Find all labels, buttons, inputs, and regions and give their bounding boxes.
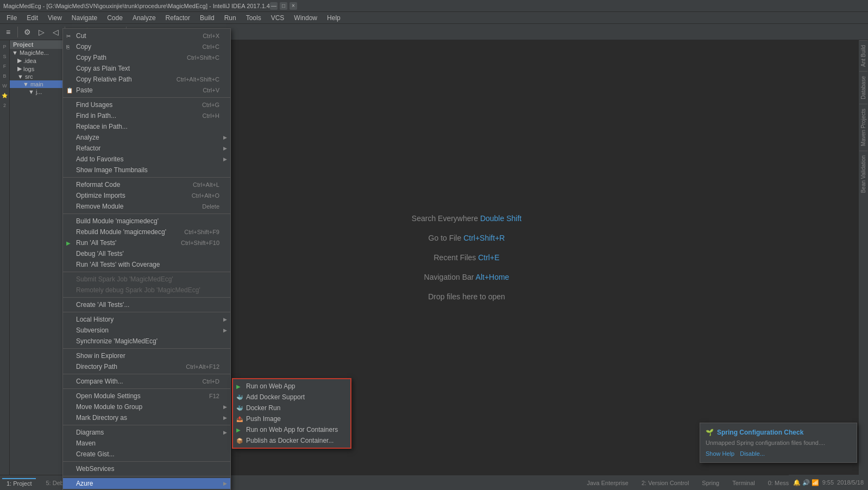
ctx-replace-path[interactable]: Replace in Path... <box>63 121 230 132</box>
azure-push-image[interactable]: 📤 Push Image <box>233 413 350 424</box>
bottom-tab-vcs[interactable]: 2: Version Control <box>637 479 693 487</box>
spring-config-popup: 🌱 Spring Configuration Check Unmapped Sp… <box>700 423 857 463</box>
tray-time: 9:55 <box>822 479 834 486</box>
ctx-sep-10 <box>63 425 230 425</box>
ctx-copy-path[interactable]: Copy Path Ctrl+Shift+C <box>63 52 230 63</box>
ctx-open-module-settings[interactable]: Open Module Settings F12 <box>63 391 230 401</box>
run-icon: ▶ <box>66 240 71 246</box>
menu-tools[interactable]: Tools <box>242 13 266 23</box>
hint-search: Search Everywhere Double Shift <box>412 214 521 223</box>
ctx-synchronize[interactable]: Synchronize 'MagicMedEcg' <box>63 336 230 347</box>
side-icon-6[interactable]: ⭐ <box>1 91 9 100</box>
menu-vcs[interactable]: VCS <box>267 13 289 23</box>
bottom-tab-spring[interactable]: Spring <box>697 479 724 487</box>
ctx-mark-dir[interactable]: Mark Directory as <box>63 412 230 423</box>
ctx-compare[interactable]: Compare With... Ctrl+D <box>63 376 230 387</box>
bottom-tab-project[interactable]: 1: Project <box>2 478 36 488</box>
side-icon-4[interactable]: B <box>1 72 9 80</box>
toolbar-btn-2[interactable]: ⚙ <box>21 26 33 38</box>
menu-refactor[interactable]: Refactor <box>161 13 194 23</box>
menu-file[interactable]: File <box>2 13 21 23</box>
ctx-move-module[interactable]: Move Module to Group <box>63 401 230 412</box>
bottom-tab-java-enterprise[interactable]: Java Enterprise <box>582 479 632 487</box>
ctx-subversion[interactable]: Subversion <box>63 325 230 336</box>
ctx-analyze[interactable]: Analyze <box>63 132 230 143</box>
ctx-add-favorites[interactable]: Add to Favorites <box>63 154 230 165</box>
ctx-azure[interactable]: Azure <box>63 478 230 489</box>
right-tab-db[interactable]: Database <box>859 71 867 104</box>
ctx-dir-path[interactable]: Directory Path Ctrl+Alt+F12 <box>63 361 230 372</box>
hint-goto-shortcut: Ctrl+Shift+R <box>463 234 505 242</box>
menu-build[interactable]: Build <box>196 13 219 23</box>
minimize-button[interactable]: — <box>270 2 278 10</box>
ctx-create-gist[interactable]: Create Gist... <box>63 449 230 460</box>
spring-popup-desc: Unmapped Spring configuration files foun… <box>706 439 851 446</box>
ctx-copy-relative[interactable]: Copy Relative Path Ctrl+Alt+Shift+C <box>63 74 230 85</box>
ctx-show-thumbnails[interactable]: Show Image Thumbnails <box>63 165 230 175</box>
ctx-maven[interactable]: Maven <box>63 438 230 449</box>
ctx-optimize[interactable]: Optimize Imports Ctrl+Alt+O <box>63 190 230 201</box>
ctx-find-path[interactable]: Find in Path... Ctrl+H <box>63 110 230 121</box>
side-icon-5[interactable]: W <box>1 81 9 90</box>
hint-drop: Drop files here to open <box>428 292 505 301</box>
azure-run-webapp[interactable]: ▶ Run on Web App <box>233 381 350 392</box>
menu-navigate[interactable]: Navigate <box>67 13 102 23</box>
side-icon-7[interactable]: 2 <box>1 101 9 110</box>
azure-publish-docker[interactable]: 📦 Publish as Docker Container... <box>233 435 350 446</box>
right-tab-ant[interactable]: Ant Build <box>859 40 867 71</box>
ctx-debug-tests[interactable]: Debug 'All Tests' <box>63 248 230 259</box>
right-tab-bean[interactable]: Bean Validation <box>859 150 867 197</box>
close-button[interactable]: × <box>290 2 297 10</box>
hint-navbar-shortcut: Alt+Home <box>476 273 510 281</box>
ctx-find-usages[interactable]: Find Usages Ctrl+G <box>63 99 230 110</box>
menu-edit[interactable]: Edit <box>22 13 42 23</box>
ctx-diagrams[interactable]: Diagrams <box>63 427 230 438</box>
hint-search-shortcut: Double Shift <box>480 214 521 223</box>
ctx-run-coverage[interactable]: Run 'All Tests' with Coverage <box>63 259 230 270</box>
azure-docker-run[interactable]: 🐳 Docker Run <box>233 403 350 413</box>
ctx-copy-plain[interactable]: Copy as Plain Text <box>63 63 230 74</box>
menu-analyze[interactable]: Analyze <box>128 13 160 23</box>
ctx-create-tests[interactable]: Create 'All Tests'... <box>63 299 230 310</box>
ctx-rebuild-module[interactable]: Rebuild Module 'magicmedecg' Ctrl+Shift+… <box>63 227 230 237</box>
side-icon-1[interactable]: P <box>1 42 9 51</box>
ctx-sep-5 <box>63 297 230 298</box>
ctx-copy[interactable]: ⎘ Copy Ctrl+C <box>63 41 230 52</box>
toolbar-btn-3[interactable]: ▷ <box>35 26 47 38</box>
ctx-paste[interactable]: 📋 Paste Ctrl+V <box>63 85 230 96</box>
spring-show-help[interactable]: Show Help <box>706 450 734 457</box>
ctx-build-module[interactable]: Build Module 'magicmedecg' <box>63 216 230 227</box>
menubar: File Edit View Navigate Code Analyze Ref… <box>0 12 868 24</box>
toolbar-btn-4[interactable]: ◁ <box>49 26 61 38</box>
azure-run-webapp-containers[interactable]: ▶ Run on Web App for Containers <box>233 424 350 435</box>
cut-icon: ✂ <box>66 33 71 39</box>
tray-icons: 🔔 🔊 📶 <box>793 479 819 486</box>
ctx-run-tests[interactable]: ▶ Run 'All Tests' Ctrl+Shift+F10 <box>63 237 230 248</box>
right-tab-maven[interactable]: Maven Projects <box>859 104 867 150</box>
ctx-remove-module[interactable]: Remove Module Delete <box>63 201 230 212</box>
publish-docker-icon: 📦 <box>236 438 243 444</box>
ctx-sep-12 <box>63 476 230 476</box>
menu-run[interactable]: Run <box>220 13 241 23</box>
side-icon-3[interactable]: F <box>1 62 9 71</box>
ctx-refactor[interactable]: Refactor <box>63 143 230 154</box>
ctx-webservices[interactable]: WebServices <box>63 463 230 474</box>
ctx-cut[interactable]: ✂ Cut Ctrl+X <box>63 30 230 41</box>
ctx-sep-7 <box>63 348 230 349</box>
azure-add-docker[interactable]: 🐳 Add Docker Support <box>233 392 350 403</box>
menu-code[interactable]: Code <box>103 13 127 23</box>
spring-disable[interactable]: Disable... <box>740 450 765 457</box>
ctx-sep-1 <box>63 97 230 98</box>
titlebar-controls[interactable]: — □ × <box>270 2 297 10</box>
menu-help[interactable]: Help <box>323 13 345 23</box>
docker-run-icon: 🐳 <box>236 405 243 411</box>
maximize-button[interactable]: □ <box>280 2 287 10</box>
ctx-reformat[interactable]: Reformat Code Ctrl+Alt+L <box>63 179 230 190</box>
ctx-local-history[interactable]: Local History <box>63 314 230 325</box>
toolbar-btn-1[interactable]: ≡ <box>2 26 14 38</box>
menu-view[interactable]: View <box>43 13 66 23</box>
ctx-show-explorer[interactable]: Show in Explorer <box>63 350 230 361</box>
bottom-tab-terminal[interactable]: Terminal <box>728 479 759 487</box>
side-icon-2[interactable]: S <box>1 52 9 61</box>
menu-window[interactable]: Window <box>290 13 322 23</box>
